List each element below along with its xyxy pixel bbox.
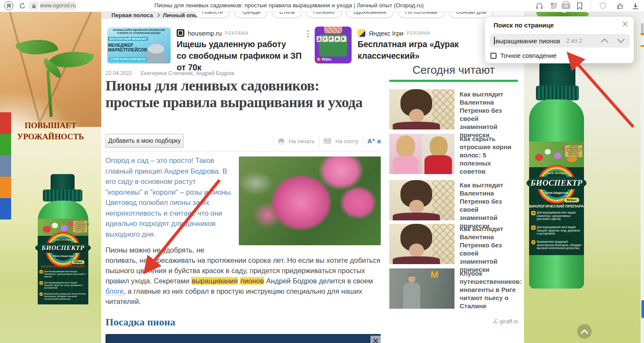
find-input[interactable]: выращивание пионов 2 из 2 <box>490 34 630 48</box>
mail-icon <box>324 138 331 144</box>
ad-source[interactable]: Яндекс Ігри <box>369 30 403 37</box>
label-bullet: Для выращивания всех видов комнатных, де… <box>44 270 86 278</box>
divider <box>590 2 591 10</box>
search-match-marker <box>641 45 644 47</box>
label-bullet: Для выращивания всех видов овощей, фрукт… <box>537 226 582 235</box>
headphones-icon[interactable] <box>535 2 544 10</box>
ad-menu-dots-icon[interactable] <box>307 30 309 37</box>
yandex-games-logo-icon <box>358 29 365 37</box>
close-icon[interactable] <box>622 21 629 27</box>
sidebar-article-title[interactable]: Клубок путешественников: иноагенты в Риг… <box>460 269 518 310</box>
giraffio-attribution[interactable]: giraff.io <box>460 318 518 325</box>
breadcrumb-home[interactable]: Первая полоса <box>111 12 153 18</box>
tab-counter-badge[interactable]: 20 <box>562 3 570 9</box>
find-query: выращивание пионов <box>496 37 560 45</box>
label-sticker: ШИРОКО ПРИМЕНЯЕТСЯ В АМЕРИКЕ И ЕВРОПЕ С … <box>73 220 87 233</box>
peony-photo <box>239 156 381 245</box>
checkbox-unchecked[interactable] <box>491 53 497 59</box>
share-button-red[interactable] <box>0 112 11 134</box>
sidebar-article-title[interactable]: Как скрыть отросшие корни волос: 5 полез… <box>460 135 518 175</box>
label-bullet: Для выращивания всех видов овощей, фрукт… <box>44 281 86 289</box>
share-button-green[interactable] <box>0 134 11 155</box>
article-authors[interactable]: Екатерина Степанюк, Андрей Бодров <box>141 70 234 76</box>
tab-title: Пионы для ленивых садовников: простые пр… <box>154 2 424 9</box>
browser-window: ПОВЫШАЕТ УРОЖАЙНОСТЬ ШИРОКО ПРИМЕНЯЕТСЯ … <box>0 0 644 343</box>
share-button-orange[interactable] <box>0 177 11 198</box>
chevron-up-icon <box>581 329 588 334</box>
sprout-photo <box>0 12 101 127</box>
search-highlight: выращивания <box>191 277 238 285</box>
label-cyrillic-name: Юкка Шидигера <box>38 255 88 257</box>
text-caret <box>494 37 495 45</box>
url-field[interactable]: www.ogorod.ru <box>40 1 76 10</box>
article-paragraph: Пионы можно не удобрять, не поливать, не… <box>105 245 381 307</box>
sidebar-article-petrenko[interactable]: Как выглядит Валентина Петренко без свое… <box>389 89 518 130</box>
yandex-browser-icon[interactable]: Я <box>4 1 13 10</box>
share-buttons <box>0 112 11 220</box>
label-cyrillic-name: Юкка Шидигера <box>529 191 584 194</box>
reaction-hand-icon[interactable] <box>616 2 624 10</box>
sidebar-article-title[interactable]: Как выглядит Валентина Петренко без свое… <box>460 90 518 139</box>
label-bullet: Для выращивания всех видов комнатных, де… <box>537 211 582 221</box>
print-label[interactable]: На печать <box>289 138 315 144</box>
bottle-cap <box>539 63 575 87</box>
article-toolbar: Добавить в мою подборку На печать На поч… <box>105 134 381 150</box>
bottle-cap-ring <box>536 86 579 100</box>
page-scrollbar[interactable] <box>641 12 644 343</box>
bottle-cap-ring <box>43 190 82 202</box>
scroll-to-top-button[interactable] <box>577 324 592 339</box>
ad-label: РЕКЛАМА <box>407 31 430 36</box>
sidebar-article-title[interactable]: Как выглядит Валентина Петренко без свое… <box>460 225 518 274</box>
ad-title[interactable]: Бесплатная игра «Дурак классический» <box>358 39 459 62</box>
ad-banner-image: ХОЧЕШЬ НАЙТИ УДАЛЁННУЮ ПРОФЕССИЮИ ВЫЙТИ … <box>107 27 171 63</box>
mail-label[interactable]: На почту <box>335 138 358 144</box>
article-body: Огород и сад – это просто! Таков главный… <box>105 155 381 343</box>
video-player[interactable] <box>105 334 381 343</box>
search-match-marker <box>641 33 644 35</box>
brand-name: БИОСПЕКТР <box>42 244 84 252</box>
blog-link[interactable]: блоге <box>105 287 124 295</box>
next-match-icon[interactable] <box>616 38 626 44</box>
label-sticker: ШИРОКО ПРИМЕНЯЕТСЯ В АМЕРИКЕ И ЕВРОПЕ С … <box>565 145 583 157</box>
reading-list-icon[interactable] <box>550 2 558 10</box>
article-date: 22.04.2022 <box>105 70 132 76</box>
label-bullet: Выращенная продукция экологически безопа… <box>44 292 86 300</box>
section-heading: Посадка пиона <box>105 316 381 328</box>
download-icon[interactable] <box>631 2 640 10</box>
divider <box>363 135 363 147</box>
sidebar-article-title[interactable]: Как выглядит Валентина Петренко без свое… <box>460 181 518 230</box>
share-button-blue[interactable] <box>0 198 11 220</box>
search-highlight: пионов <box>240 277 264 285</box>
match-counter: 2 из 2 <box>566 37 582 44</box>
sidebar-article-petrenko[interactable]: Как выглядит Валентина Петренко без свое… <box>389 180 518 221</box>
previous-match-icon[interactable] <box>600 38 609 44</box>
sidebar-article-stalin[interactable]: M Клубок путешественников: иноагенты в Р… <box>389 268 518 310</box>
browser-toolbar: Я www.ogorod.ru Пионы для ленивых садовн… <box>0 0 644 12</box>
label-type: БИОЛОГИЧЕСКИЙ ПРЕПАРАТ <box>38 265 88 268</box>
ad-title[interactable]: Ищешь удаленную работу со свободным граф… <box>177 39 311 73</box>
label-latin-name: Yucca Shidigera <box>529 172 584 175</box>
label-brand-band: БИОСПЕКТР <box>527 177 587 190</box>
lock-icon[interactable] <box>29 1 39 10</box>
sidebar-title: Сегодня читают <box>389 63 518 77</box>
label-bullet: Выращенная продукция экологически безопа… <box>537 240 582 250</box>
sidebar-article-petrenko[interactable]: Как выглядит Валентина Петренко без свое… <box>389 224 518 265</box>
sidebar-article-hair-roots[interactable]: Как скрыть отросшие корни волос: 5 полез… <box>389 134 518 175</box>
exact-match-option[interactable]: Точное совпадение <box>491 52 557 59</box>
reload-icon[interactable] <box>18 2 27 10</box>
ad-source[interactable]: housemp.ru <box>188 30 222 37</box>
label-type: БИОЛОГИЧЕСКИЙ ПРЕПАРАТ <box>529 204 584 208</box>
ad-card-housemp[interactable]: ХОЧЕШЬ НАЙТИ УДАЛЁННУЮ ПРОФЕССИЮИ ВЫЙТИ … <box>105 26 311 65</box>
label-brand-band: БИОСПЕКТР <box>35 243 91 253</box>
bottle-cap <box>51 174 75 190</box>
ad-banner-word: ДУРАК <box>316 36 346 42</box>
left-banner-ad[interactable]: ПОВЫШАЕТ УРОЖАЙНОСТЬ ШИРОКО ПРИМЕНЯЕТСЯ … <box>0 12 101 343</box>
share-button-slate[interactable] <box>0 155 11 177</box>
protect-shield-icon[interactable] <box>599 2 607 10</box>
ad-card-yandex-games[interactable]: ДУРАК Я Игры Яндекс Ігри РЕКЛАМА Бесплат… <box>315 26 483 65</box>
add-to-collection-button[interactable]: Добавить в мою подборку <box>105 134 184 148</box>
ad-banner-chip: БЕСПЛАТНЫЙ ВЕБИНАР <box>108 37 148 41</box>
bookmark-icon[interactable] <box>575 2 584 10</box>
font-size-control[interactable]: А⁺ а <box>367 137 381 145</box>
video-close-button[interactable] <box>370 336 381 343</box>
